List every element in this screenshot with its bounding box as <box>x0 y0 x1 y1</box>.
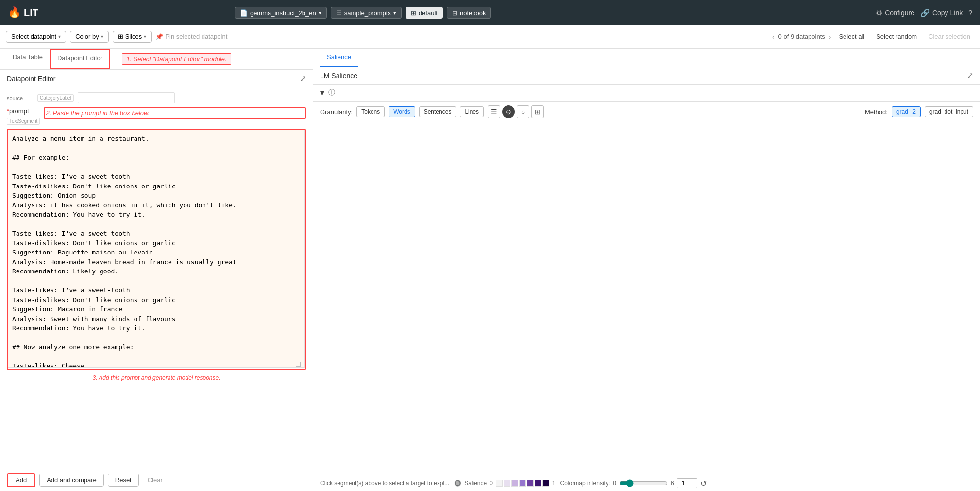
app-name: LIT <box>24 7 38 18</box>
datapoints-count: 0 of 9 datapoints <box>778 33 825 40</box>
lm-salience-title: LM Salience <box>320 72 357 80</box>
clear-button[interactable]: Clear <box>143 474 168 486</box>
tab-salience[interactable]: Salience <box>320 49 358 67</box>
notebook-tab-label: notebook <box>460 9 486 17</box>
granularity-sentences-label: Sentences <box>424 108 452 115</box>
intensity-slider[interactable] <box>619 479 668 487</box>
grid-view-icon[interactable]: ⊞ <box>531 105 544 118</box>
main-content: Data Table Datapoint Editor 1. Select "D… <box>0 49 980 491</box>
pin-icon: 📌 <box>155 33 163 40</box>
granularity-lines-button[interactable]: Lines <box>460 106 484 117</box>
pin-text: Pin selected datapoint <box>165 33 227 40</box>
notebook-tab[interactable]: ⊟ notebook <box>447 7 491 19</box>
salience-min: 0 <box>490 480 493 487</box>
dropdown-toggle-icon[interactable]: ▾ <box>320 87 324 98</box>
circle-view-icon[interactable]: ○ <box>517 105 529 118</box>
left-panel-tabs: Data Table Datapoint Editor 1. Select "D… <box>0 49 313 70</box>
salience-info: 🔘 Salience 0 1 <box>454 480 555 487</box>
method-grad-l2-button[interactable]: grad_l2 <box>892 106 921 117</box>
refresh-icon[interactable]: ↺ <box>700 479 707 488</box>
method-grad-dot-input-button[interactable]: grad_dot_input <box>925 106 973 117</box>
model-selector[interactable]: 📄 gemma_instruct_2b_en ▾ <box>235 7 327 19</box>
datapoint-editor-body: source CategoryLabel *prompt TextSegment… <box>0 87 313 469</box>
source-input[interactable] <box>78 92 175 103</box>
datapoint-editor-title: Datapoint Editor <box>7 75 55 83</box>
salience-max: 1 <box>552 480 556 487</box>
add-compare-button[interactable]: Add and compare <box>39 474 104 487</box>
clear-selection-button[interactable]: Clear selection <box>925 31 974 42</box>
cm-box-1 <box>504 480 510 487</box>
annotation-step2: 2. Paste the prompt in the box below. <box>46 109 150 117</box>
configure-button[interactable]: ⚙ Configure <box>876 8 914 17</box>
cm-box-4 <box>527 480 534 487</box>
right-panel-tabs: Salience <box>313 49 980 67</box>
prompt-field-row: *prompt TextSegment 2. Paste the prompt … <box>7 107 306 125</box>
select-random-button[interactable]: Select random <box>872 31 921 42</box>
select-all-button[interactable]: Select all <box>835 31 868 42</box>
annotation-step3: 3. Add this prompt and generate model re… <box>7 373 306 383</box>
granularity-tokens-button[interactable]: Tokens <box>356 106 385 117</box>
flame-icon: 🔥 <box>8 6 21 19</box>
info-circle-icon[interactable]: ⓘ <box>328 88 335 97</box>
method-section: Method: grad_l2 grad_dot_input <box>865 106 973 117</box>
gear-icon: ⚙ <box>876 8 882 17</box>
right-content-area <box>313 122 980 475</box>
cm-box-0 <box>496 480 503 487</box>
granularity-tokens-label: Tokens <box>361 108 380 115</box>
dataset-selector[interactable]: ☰ sample_prompts ▾ <box>331 7 402 19</box>
prompt-type-badge: TextSegment <box>7 118 40 125</box>
prev-datapoint-arrow[interactable]: ‹ <box>772 33 775 41</box>
app-logo: 🔥 LIT <box>8 6 38 19</box>
expand-icon[interactable]: ⤢ <box>300 74 306 83</box>
slices-button[interactable]: ⊞ Slices ▾ <box>113 31 152 43</box>
notebook-tab-icon: ⊟ <box>452 9 457 17</box>
granularity-label: Granularity: <box>320 108 353 116</box>
source-field-row: source CategoryLabel <box>7 92 306 103</box>
colormap-intensity-section: Colormap intensity: 0 6 ↺ <box>560 478 707 488</box>
next-datapoint-arrow[interactable]: › <box>829 33 831 41</box>
pin-label: 📌 Pin selected datapoint <box>155 33 227 40</box>
toolbar: Select datapoint ▾ Color by ▾ ⊞ Slices ▾… <box>0 25 980 49</box>
slices-caret-icon: ▾ <box>144 34 146 39</box>
step-input[interactable] <box>677 478 697 488</box>
select-datapoint-caret-icon: ▾ <box>58 34 61 39</box>
tab-datapoint-editor[interactable]: Datapoint Editor <box>50 49 110 69</box>
colormap-boxes <box>496 480 549 487</box>
select-datapoint-button[interactable]: Select datapoint ▾ <box>6 31 66 43</box>
granularity-controls: Granularity: Tokens Words Sentences Line… <box>313 102 980 122</box>
default-tab[interactable]: ⊞ default <box>406 7 443 19</box>
left-panel: Data Table Datapoint Editor 1. Select "D… <box>0 49 313 491</box>
dataset-chevron-icon: ▾ <box>393 10 396 16</box>
add-button[interactable]: Add <box>7 473 35 487</box>
reset-button[interactable]: Reset <box>108 474 139 487</box>
method-grad-dot-input-label: grad_dot_input <box>929 108 968 115</box>
granularity-sentences-button[interactable]: Sentences <box>419 106 456 117</box>
resize-handle[interactable] <box>296 362 301 367</box>
default-tab-icon: ⊞ <box>411 9 416 17</box>
tab-data-table[interactable]: Data Table <box>6 49 50 69</box>
salience-label: Salience <box>464 480 487 487</box>
help-icon: ? <box>968 9 972 17</box>
granularity-words-button[interactable]: Words <box>389 106 415 117</box>
color-by-button[interactable]: Color by ▾ <box>70 31 108 43</box>
tab-data-table-label: Data Table <box>13 53 43 61</box>
help-button[interactable]: ? <box>968 9 972 17</box>
datapoint-editor-header: Datapoint Editor ⤢ <box>0 70 313 87</box>
cm-box-6 <box>542 480 549 487</box>
right-controls-row1: ▾ ⓘ <box>313 85 980 102</box>
cm-box-2 <box>511 480 518 487</box>
list-view-icon[interactable]: ☰ <box>488 105 500 118</box>
salience-icon: 🔘 <box>454 480 461 487</box>
configure-label: Configure <box>885 9 914 17</box>
cm-box-5 <box>535 480 541 487</box>
bottom-action-bar: Add Add and compare Reset Clear <box>0 469 313 491</box>
prompt-textarea[interactable]: Analyze a menu item in a restaurant. ## … <box>8 130 305 368</box>
source-label: source <box>7 95 34 101</box>
tab-datapoint-editor-label: Datapoint Editor <box>57 54 102 62</box>
top-navigation: 🔥 LIT 📄 gemma_instruct_2b_en ▾ ☰ sample_… <box>0 0 980 25</box>
minus-circle-view-icon[interactable]: ⊖ <box>502 105 515 118</box>
right-expand-icon[interactable]: ⤢ <box>967 71 973 80</box>
right-panel: Salience LM Salience ⤢ ▾ ⓘ Granularity: … <box>313 49 980 491</box>
dataset-name: sample_prompts <box>344 9 391 17</box>
copy-link-button[interactable]: 🔗 Copy Link <box>920 8 963 17</box>
